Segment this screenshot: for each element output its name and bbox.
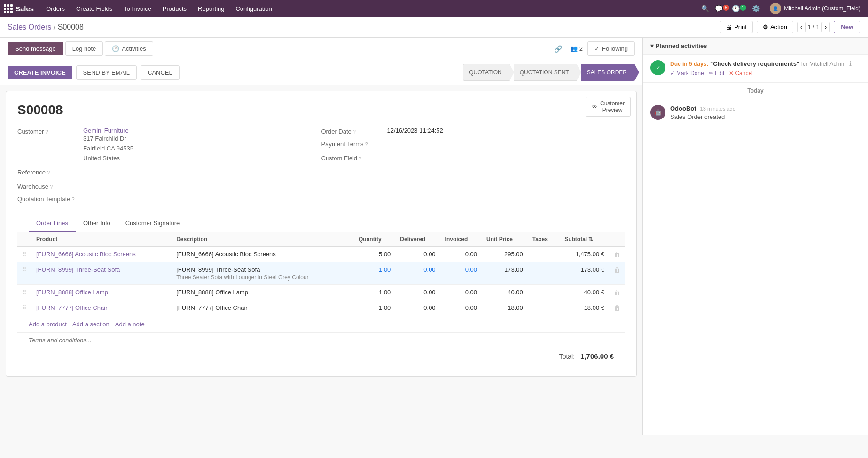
status-quotation[interactable]: QUOTATION — [463, 64, 510, 81]
status-sales-order[interactable]: SALES ORDER — [581, 64, 635, 81]
customer-preview-button[interactable]: 👁 Customer Preview — [586, 97, 631, 117]
activities-label: Activities — [122, 45, 146, 52]
app-logo[interactable]: Sales — [4, 4, 39, 13]
followers-number: 2 — [579, 45, 583, 52]
nav-configuration[interactable]: Configuration — [231, 3, 276, 14]
row-delete-cell: 🗑 — [609, 285, 625, 300]
mark-done-btn[interactable]: ✓ Mark Done — [670, 70, 704, 77]
planned-activities-header: ▾ Planned activities — [643, 38, 868, 55]
log-note-button[interactable]: Log note — [65, 41, 103, 56]
activity-btn[interactable]: 🕐1 — [732, 2, 745, 15]
tab-order-lines[interactable]: Order Lines — [29, 215, 76, 232]
row-unit-price[interactable]: 173.00 — [482, 262, 528, 285]
customer-field: Customer ? Gemini Furniture 317 Fairchil… — [17, 127, 321, 163]
row-delivered: 0.00 — [395, 262, 440, 285]
reference-input[interactable] — [83, 168, 321, 177]
table-row[interactable]: ⠿ [FURN_8888] Office Lamp [FURN_8888] Of… — [17, 285, 625, 300]
customer-value: Gemini Furniture 317 Fairchild Dr Fairfi… — [83, 127, 321, 163]
add-section-link[interactable]: Add a section — [72, 321, 109, 328]
following-button[interactable]: ✓ Following — [587, 41, 635, 56]
customer-name[interactable]: Gemini Furniture — [83, 127, 321, 134]
table-row[interactable]: ⠿ [FURN_7777] Office Chair [FURN_7777] O… — [17, 300, 625, 316]
pager-prev[interactable]: ‹ — [797, 22, 805, 32]
row-product[interactable]: [FURN_7777] Office Chair — [31, 300, 172, 316]
drag-handle[interactable]: ⠿ — [22, 304, 27, 311]
nav-products[interactable]: Products — [158, 3, 191, 14]
row-unit-price[interactable]: 40.00 — [482, 285, 528, 300]
delete-row-button[interactable]: 🗑 — [614, 289, 620, 296]
delete-row-button[interactable]: 🗑 — [614, 266, 620, 274]
row-quantity[interactable]: 1.00 — [354, 262, 395, 285]
row-taxes[interactable] — [528, 247, 560, 262]
total-row: Total: 1,706.00 € — [17, 347, 625, 365]
print-button[interactable]: 🖨 Print — [720, 21, 753, 33]
row-product[interactable]: [FURN_8999] Three-Seat Sofa — [31, 262, 172, 285]
add-note-link[interactable]: Add a note — [115, 321, 145, 328]
row-taxes[interactable] — [528, 300, 560, 316]
pager-next[interactable]: › — [821, 22, 830, 32]
link-icon-btn[interactable]: 🔗 — [551, 42, 565, 56]
drag-handle[interactable]: ⠿ — [22, 251, 27, 258]
settings-icon-btn[interactable]: ⚙️ — [749, 2, 762, 15]
col-handle — [17, 232, 31, 247]
row-description: [FURN_6666] Acoustic Bloc Screens — [172, 247, 354, 262]
status-quotation-sent[interactable]: QUOTATION SENT — [514, 64, 577, 81]
activities-button[interactable]: 🕐 Activities — [105, 41, 153, 56]
discuss-btn[interactable]: 💬5 — [715, 2, 728, 15]
print-icon: 🖨 — [726, 24, 732, 31]
address-line3: United States — [83, 154, 321, 164]
row-product[interactable]: [FURN_8888] Office Lamp — [31, 285, 172, 300]
cancel-form-button[interactable]: CANCEL — [141, 65, 180, 80]
send-by-email-button[interactable]: SEND BY EMAIL — [76, 65, 137, 80]
custom-field-input[interactable] — [387, 154, 626, 163]
row-delivered: 0.00 — [395, 285, 440, 300]
breadcrumb-parent-link[interactable]: Sales Orders — [8, 23, 51, 31]
table-row[interactable]: ⠿ [FURN_8999] Three-Seat Sofa [FURN_8999… — [17, 262, 625, 285]
delete-row-button[interactable]: 🗑 — [614, 304, 620, 312]
main-layout: Send message Log note 🕐 Activities 🔗 👥 2… — [0, 38, 868, 435]
col-quantity: Quantity — [354, 232, 395, 247]
edit-activity-btn[interactable]: ✏ Edit — [709, 70, 725, 77]
send-message-button[interactable]: Send message — [8, 42, 63, 55]
row-quantity[interactable]: 5.00 — [354, 247, 395, 262]
person-icon: 👥 — [570, 45, 578, 52]
drag-handle[interactable]: ⠿ — [22, 289, 27, 296]
drag-handle[interactable]: ⠿ — [22, 266, 27, 273]
user-menu-btn[interactable]: 👤 Mitchell Admin (Custom_Field) — [766, 1, 864, 16]
row-taxes[interactable] — [528, 262, 560, 285]
action-button[interactable]: ⚙ Action — [757, 21, 793, 33]
check-mark-icon: ✓ — [670, 70, 675, 77]
row-quantity[interactable]: 1.00 — [354, 285, 395, 300]
new-button[interactable]: New — [834, 21, 860, 33]
top-navigation: Sales Orders Create Fields To Invoice Pr… — [0, 0, 868, 17]
create-invoice-button[interactable]: CREATE INVOICE — [8, 66, 72, 79]
row-product[interactable]: [FURN_6666] Acoustic Bloc Screens — [31, 247, 172, 262]
row-unit-price[interactable]: 295.00 — [482, 247, 528, 262]
table-row[interactable]: ⠿ [FURN_6666] Acoustic Bloc Screens [FUR… — [17, 247, 625, 262]
nav-create-fields[interactable]: Create Fields — [71, 3, 117, 14]
row-taxes[interactable] — [528, 285, 560, 300]
nav-reporting[interactable]: Reporting — [193, 3, 229, 14]
tab-customer-signature[interactable]: Customer Signature — [118, 215, 188, 232]
odoobot-avatar: 🤖 — [650, 105, 665, 120]
order-date-label: Order Date ? — [321, 127, 387, 135]
delete-row-button[interactable]: 🗑 — [614, 251, 620, 258]
order-date-value: 12/16/2023 11:24:52 — [387, 127, 626, 134]
nav-orders[interactable]: Orders — [41, 3, 70, 14]
col-taxes: Taxes — [528, 232, 560, 247]
form-action-bar: CREATE INVOICE SEND BY EMAIL CANCEL QUOT… — [0, 60, 642, 85]
tab-other-info[interactable]: Other Info — [76, 215, 118, 232]
row-invoiced: 0.00 — [440, 300, 482, 316]
row-handle: ⠿ — [17, 262, 31, 285]
form-left-col: Customer ? Gemini Furniture 317 Fairchil… — [17, 127, 321, 207]
payment-terms-input[interactable] — [387, 140, 626, 149]
followers-count: 👥 2 — [567, 45, 586, 52]
row-quantity[interactable]: 1.00 — [354, 300, 395, 316]
cancel-activity-btn[interactable]: ✕ Cancel — [729, 70, 752, 77]
nav-to-invoice[interactable]: To Invoice — [119, 3, 156, 14]
add-product-link[interactable]: Add a product — [29, 321, 67, 328]
terms-input[interactable] — [29, 337, 614, 344]
search-icon-btn[interactable]: 🔍 — [698, 2, 712, 15]
total-label: Total: — [559, 353, 575, 360]
row-unit-price[interactable]: 18.00 — [482, 300, 528, 316]
